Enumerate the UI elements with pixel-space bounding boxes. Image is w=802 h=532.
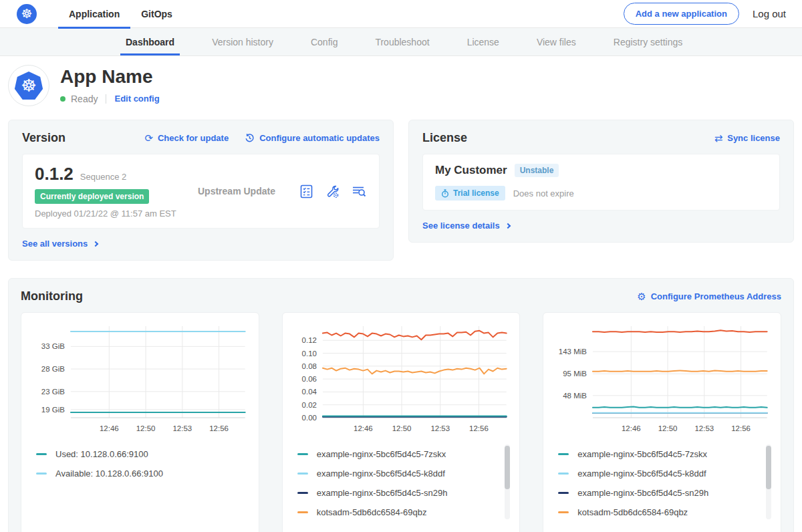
subnav-tab-license[interactable]: License (467, 28, 499, 55)
configure-automatic-updates-link[interactable]: Configure automatic updates (245, 133, 380, 143)
page-title: App Name (60, 67, 160, 88)
version-card-title: Version (22, 131, 65, 145)
svg-text:12:46: 12:46 (622, 424, 641, 432)
svg-text:23 GiB: 23 GiB (41, 388, 65, 396)
see-all-versions-link[interactable]: See all versions (22, 239, 98, 249)
legend-dash-icon (558, 473, 569, 475)
logout-link[interactable]: Log out (753, 8, 786, 19)
subnav-tab-troubleshoot[interactable]: Troubleshoot (375, 28, 429, 55)
status-text: Ready (71, 94, 98, 104)
see-license-details-label: See license details (422, 221, 500, 231)
subnav-tab-view-files[interactable]: View files (537, 28, 576, 55)
svg-text:0.04: 0.04 (301, 388, 317, 396)
monitoring-header: Monitoring ⚙ Configure Prometheus Addres… (21, 289, 781, 303)
app-sub-nav: DashboardVersion historyConfigTroublesho… (0, 28, 802, 56)
memory-usage-card: 48 MiB95 MiB143 MiB12:4612:5012:5312:56 … (543, 312, 781, 532)
subnav-tab-config[interactable]: Config (311, 28, 338, 55)
legend-label: example-nginx-5bc6f5d4c5-7zskx (577, 449, 707, 459)
topnav-tab-application[interactable]: Application (58, 0, 130, 28)
disk-usage-plot: 19 GiB23 GiB28 GiB33 GiB12:4612:5012:531… (29, 319, 251, 436)
check-for-update-link[interactable]: ⟳ Check for update (144, 133, 229, 143)
legend-label: kotsadm-5db6dc6584-69qbz (577, 507, 688, 517)
topnav-tabs: ApplicationGitOps (58, 0, 183, 28)
kubernetes-wheel-glyph: ☸ (21, 77, 36, 94)
cpu-usage-plot: 0.000.020.040.060.080.100.1212:4612:5012… (291, 319, 512, 436)
license-card-links: ⇄ Sync license (714, 133, 780, 143)
legend-scrollbar-thumb[interactable] (766, 446, 771, 489)
config-wrench-icon[interactable] (325, 184, 340, 199)
currently-deployed-badge: Currently deployed version (35, 189, 149, 204)
license-panel: My Customer Unstable Trial license Does … (422, 154, 780, 211)
version-sequence: Sequence 2 (80, 172, 126, 182)
divider (106, 94, 106, 104)
status-dot (60, 96, 65, 102)
chart-title: CPU Usage (291, 522, 512, 532)
svg-text:12:53: 12:53 (695, 424, 714, 432)
legend-scrollbar-track[interactable] (505, 444, 510, 519)
svg-text:12:50: 12:50 (658, 424, 678, 432)
subnav-tab-version-history[interactable]: Version history (212, 28, 273, 55)
legend-dash-icon (297, 453, 308, 455)
expiry-text: Does not expire (513, 188, 574, 198)
svg-text:95 MiB: 95 MiB (563, 370, 587, 378)
chevron-right-icon (93, 241, 98, 246)
configure-prometheus-link[interactable]: ⚙ Configure Prometheus Address (637, 291, 781, 301)
legend-label: example-nginx-5bc6f5d4c5-k8ddf (577, 469, 706, 479)
stopwatch-icon (441, 189, 449, 198)
legend-label: example-nginx-5bc6f5d4c5-sn29h (577, 488, 708, 498)
sync-icon: ⇄ (714, 133, 723, 143)
legend-item: example-nginx-5bc6f5d4c5-k8ddf (558, 464, 759, 483)
see-all-versions-row: See all versions (22, 237, 380, 249)
view-logs-icon[interactable] (351, 184, 367, 199)
legend-dash-icon (297, 473, 308, 475)
customer-row: My Customer Unstable (435, 164, 767, 177)
check-for-update-label: Check for update (158, 133, 229, 143)
preflight-checklist-icon[interactable] (299, 184, 314, 199)
legend-label: example-nginx-5bc6f5d4c5-7zskx (317, 449, 446, 459)
svg-text:12:56: 12:56 (732, 424, 751, 432)
clock-history-icon (245, 133, 255, 143)
deployed-timestamp: Deployed 01/21/22 @ 11:57 am EST (35, 209, 190, 219)
disk-usage-card: 19 GiB23 GiB28 GiB33 GiB12:4612:5012:531… (21, 312, 259, 532)
gear-icon: ⚙ (637, 291, 646, 301)
legend-label: Used: 10.128.0.66:9100 (55, 449, 148, 459)
subnav-tab-dashboard[interactable]: Dashboard (126, 28, 174, 55)
monitoring-card: Monitoring ⚙ Configure Prometheus Addres… (8, 278, 794, 532)
app-title-block: App Name Ready Edit config (60, 67, 160, 104)
legend-scrollbar-track[interactable] (766, 444, 771, 519)
legend-item: Available: 10.128.0.66:9100 (36, 464, 237, 483)
see-license-details-link[interactable]: See license details (422, 221, 510, 231)
legend-item: kotsadm-5db6dc6584-69qbz (558, 503, 759, 522)
legend-label: example-nginx-5bc6f5d4c5-k8ddf (317, 469, 445, 479)
cpu-usage-legend: example-nginx-5bc6f5d4c5-7zskxexample-ng… (291, 443, 512, 522)
edit-config-link[interactable]: Edit config (114, 94, 159, 104)
svg-text:0.06: 0.06 (301, 375, 316, 383)
legend-scrollbar-thumb[interactable] (505, 446, 510, 489)
svg-text:0.02: 0.02 (301, 401, 316, 409)
current-version-panel: 0.1.2 Sequence 2 Currently deployed vers… (22, 154, 380, 229)
sync-license-link[interactable]: ⇄ Sync license (714, 133, 780, 143)
kubernetes-logo-icon: ☸ (17, 4, 37, 24)
kubernetes-heptagon-icon: ☸ (14, 72, 43, 100)
see-license-details-row: See license details (422, 219, 780, 231)
top-nav: ☸ ApplicationGitOps Add a new applicatio… (0, 0, 802, 28)
svg-text:0.10: 0.10 (301, 350, 316, 358)
sync-license-label: Sync license (727, 133, 780, 143)
trial-license-label: Trial license (453, 188, 499, 198)
svg-text:12:50: 12:50 (392, 424, 411, 432)
svg-text:12:50: 12:50 (136, 424, 156, 432)
add-new-application-button[interactable]: Add a new application (624, 3, 739, 25)
topnav-tab-gitops[interactable]: GitOps (130, 0, 183, 28)
legend-dash-icon (558, 511, 569, 513)
see-all-versions-label: See all versions (22, 239, 88, 249)
legend-item: Used: 10.128.0.66:9100 (36, 444, 237, 464)
legend-item: example-nginx-5bc6f5d4c5-7zskx (558, 444, 759, 464)
configure-prometheus-label: Configure Prometheus Address (651, 291, 781, 301)
refresh-icon: ⟳ (144, 133, 153, 143)
subnav-tab-registry-settings[interactable]: Registry settings (614, 28, 682, 55)
app-header: ☸ App Name Ready Edit config (0, 56, 802, 117)
version-number: 0.1.2 (35, 164, 74, 184)
svg-text:33 GiB: 33 GiB (41, 342, 65, 350)
chart-title: Memory Usage (551, 522, 773, 532)
legend-label: example-nginx-5bc6f5d4c5-sn29h (317, 488, 448, 498)
